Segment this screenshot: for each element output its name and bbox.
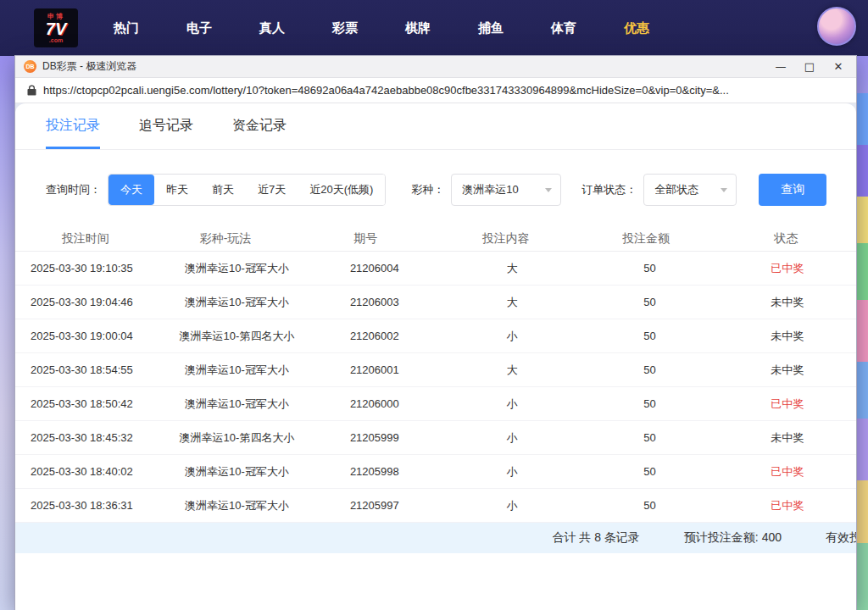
tab-bar: 投注记录 追号记录 资金记录	[15, 103, 856, 150]
site-logo[interactable]: 申博 7V .com	[34, 8, 78, 47]
cell-issue-number: 21205997	[306, 499, 443, 512]
cell-bet-amount: 50	[581, 397, 718, 410]
time-filter-button-1[interactable]: 昨天	[154, 175, 200, 205]
filter-row: 查询时间： 今天昨天前天近7天近20天(低频) 彩种： 澳洲幸运10 订单状态：…	[15, 150, 856, 206]
column-header-0: 投注时间	[15, 231, 155, 247]
cell-bet-content: 小	[443, 329, 581, 344]
order-status-select[interactable]: 全部状态	[643, 174, 737, 206]
column-header-2: 期号	[296, 231, 436, 247]
url-bar[interactable]: https://ctopcp02pcali.uengi5e.com/lotter…	[15, 78, 856, 103]
maximize-icon[interactable]: □	[795, 57, 824, 77]
table-header-row: 投注时间彩种-玩法期号投注内容投注金额状态	[15, 226, 856, 252]
cell-bet-amount: 50	[581, 330, 718, 342]
nav-item-6[interactable]: 体育	[551, 20, 576, 36]
window-title: DB彩票 - 极速浏览器	[42, 59, 136, 74]
cell-bet-amount: 50	[581, 465, 718, 478]
nav-item-1[interactable]: 电子	[186, 20, 212, 36]
summary-expected-amount: 预计投注金额: 400	[684, 530, 782, 546]
app-icon: DB	[24, 60, 36, 73]
site-header: 申博 7V .com 热门电子真人彩票棋牌捕鱼体育优惠	[0, 0, 868, 56]
cell-issue-number: 21206003	[306, 296, 443, 308]
cell-bet-content: 大	[443, 363, 581, 378]
cell-bet-amount: 50	[581, 262, 718, 274]
cell-bet-time: 2025-03-30 18:36:31	[15, 499, 168, 512]
nav-item-5[interactable]: 捕鱼	[478, 20, 504, 36]
cell-bet-time: 2025-03-30 19:10:35	[15, 262, 168, 274]
tab-bet-records[interactable]: 投注记录	[46, 117, 100, 149]
cell-bet-content: 大	[443, 261, 581, 276]
cell-status: 未中奖	[719, 329, 856, 344]
minimize-icon[interactable]: —	[766, 57, 795, 77]
table-row: 2025-03-30 19:04:46澳洲幸运10-冠军大小21206003大5…	[15, 286, 856, 319]
close-icon[interactable]: ✕	[824, 57, 853, 77]
site-nav: 热门电子真人彩票棋牌捕鱼体育优惠	[114, 20, 649, 36]
cell-status: 已中奖	[719, 396, 856, 412]
cell-status: 已中奖	[719, 464, 856, 480]
column-header-4: 投注金额	[576, 231, 715, 247]
summary-total: 合计 共 8 条记录	[552, 530, 639, 546]
time-filter-button-3[interactable]: 近7天	[246, 175, 298, 205]
time-filter-button-4[interactable]: 近20天(低频)	[298, 175, 385, 205]
table-row: 2025-03-30 18:45:32澳洲幸运10-第四名大小21205999小…	[15, 421, 856, 455]
content-panel: 投注记录 追号记录 资金记录 查询时间： 今天昨天前天近7天近20天(低频) 彩…	[15, 103, 856, 610]
summary-valid-amount: 有效投注金	[826, 530, 856, 546]
nav-item-7[interactable]: 优惠	[624, 20, 649, 36]
cell-bet-time: 2025-03-30 18:50:42	[15, 397, 168, 410]
column-header-3: 投注内容	[436, 231, 576, 247]
bet-records-table: 投注时间彩种-玩法期号投注内容投注金额状态 2025-03-30 19:10:3…	[15, 226, 856, 553]
tab-fund-records[interactable]: 资金记录	[232, 117, 287, 149]
status-filter-label: 订单状态：	[581, 182, 637, 197]
column-header-1: 彩种-玩法	[155, 231, 295, 247]
cell-bet-content: 小	[443, 396, 581, 412]
table-row: 2025-03-30 18:50:42澳洲幸运10-冠军大小21206000小5…	[15, 387, 856, 421]
nav-item-3[interactable]: 彩票	[332, 20, 358, 36]
page-background: 投注记录 追号记录 资金记录 查询时间： 今天昨天前天近7天近20天(低频) 彩…	[15, 103, 856, 610]
cell-game-play: 澳洲幸运10-第四名大小	[168, 430, 305, 446]
cell-status: 已中奖	[719, 498, 856, 513]
cell-status: 未中奖	[719, 430, 856, 446]
cell-game-play: 澳洲幸运10-冠军大小	[168, 295, 305, 310]
cell-issue-number: 21205998	[306, 465, 443, 478]
cell-status: 未中奖	[719, 363, 856, 378]
table-row: 2025-03-30 18:54:55澳洲幸运10-冠军大小21206001大5…	[15, 353, 856, 387]
cell-issue-number: 21206002	[306, 330, 443, 342]
cell-bet-content: 小	[443, 498, 581, 513]
lock-icon	[27, 85, 36, 96]
summary-bar: 合计 共 8 条记录 预计投注金额: 400 有效投注金	[15, 523, 856, 553]
lottery-filter-label: 彩种：	[411, 182, 444, 197]
cell-bet-content: 小	[443, 464, 581, 480]
logo-text-sub: .com	[49, 37, 63, 43]
window-title-bar[interactable]: DB DB彩票 - 极速浏览器 — □ ✕	[15, 56, 856, 78]
cell-bet-content: 小	[443, 430, 581, 446]
logo-text-main: 7V	[46, 20, 66, 37]
lottery-select[interactable]: 澳洲幸运10	[451, 174, 561, 206]
cell-issue-number: 21206001	[306, 363, 443, 376]
tab-chase-records[interactable]: 追号记录	[139, 117, 193, 149]
cell-bet-amount: 50	[581, 431, 718, 444]
time-filter-group: 今天昨天前天近7天近20天(低频)	[108, 174, 386, 206]
browser-window: DB DB彩票 - 极速浏览器 — □ ✕ https://ctopcp02pc…	[15, 56, 856, 610]
cell-bet-time: 2025-03-30 18:54:55	[15, 363, 168, 376]
cell-status: 未中奖	[719, 295, 856, 310]
cell-bet-time: 2025-03-30 18:45:32	[15, 431, 168, 444]
cell-issue-number: 21206000	[306, 397, 443, 410]
lottery-select-value: 澳洲幸运10	[462, 183, 518, 196]
nav-item-4[interactable]: 棋牌	[405, 20, 431, 36]
nav-item-2[interactable]: 真人	[259, 20, 285, 36]
time-filter-button-0[interactable]: 今天	[108, 175, 154, 205]
user-avatar[interactable]	[817, 7, 856, 46]
time-filter-label: 查询时间：	[46, 182, 101, 197]
cell-game-play: 澳洲幸运10-冠军大小	[168, 363, 305, 378]
chevron-down-icon	[721, 188, 727, 192]
cell-game-play: 澳洲幸运10-冠军大小	[168, 396, 305, 412]
nav-item-0[interactable]: 热门	[114, 20, 139, 36]
cell-bet-time: 2025-03-30 18:40:02	[15, 465, 168, 478]
time-filter-button-2[interactable]: 前天	[200, 175, 246, 205]
cell-bet-amount: 50	[581, 499, 718, 512]
cell-status: 已中奖	[719, 261, 856, 276]
search-button[interactable]: 查询	[759, 174, 826, 206]
column-header-5: 状态	[716, 231, 856, 247]
cell-bet-time: 2025-03-30 19:00:04	[15, 330, 168, 342]
cell-game-play: 澳洲幸运10-冠军大小	[168, 261, 305, 276]
cell-bet-content: 大	[443, 295, 581, 310]
